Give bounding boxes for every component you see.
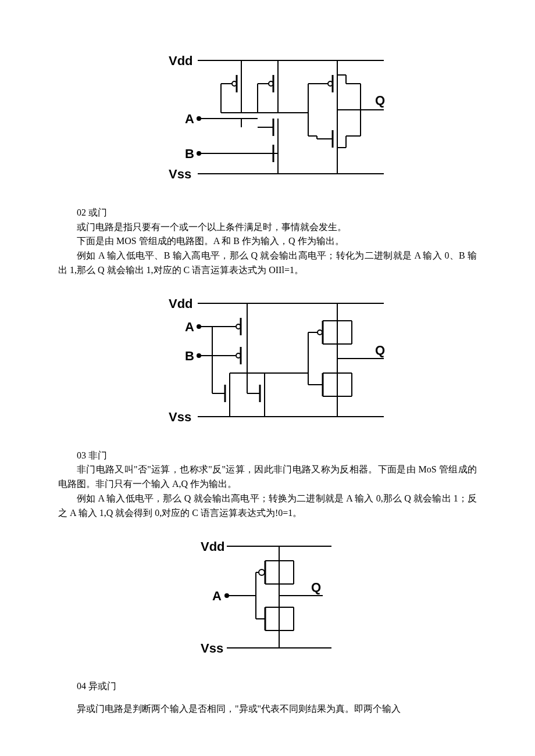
label-a: A	[212, 589, 222, 603]
label-a: A	[185, 320, 194, 334]
nmos-icon	[308, 130, 337, 174]
label-b: B	[185, 349, 194, 363]
figure-or-gate-prev: Vdd A B Vss Q	[58, 43, 477, 193]
paragraph: 非门电路又叫"否"运算，也称求"反"运算，因此非门电路又称为反相器。下面是由 M…	[58, 463, 477, 492]
pmos-icon	[221, 75, 337, 113]
paragraph: 或门电路是指只要有一个或一个以上条件满足时，事情就会发生。	[58, 220, 477, 235]
paragraph: 下面是由 MOS 管组成的电路图。A 和 B 作为输入，Q 作为输出。	[58, 234, 477, 249]
label-q: Q	[375, 343, 385, 357]
label-a: A	[185, 112, 194, 126]
section-heading-not: 03 非门	[58, 449, 477, 463]
figure-not-gate: Vdd A Vss Q	[58, 529, 477, 667]
label-b: B	[185, 146, 194, 161]
svg-point-110	[259, 569, 265, 575]
label-q: Q	[375, 93, 385, 108]
svg-point-87	[318, 330, 322, 335]
nmos-icon	[241, 119, 278, 174]
label-vss: Vss	[169, 167, 191, 181]
section-heading-or: 02 或门	[58, 206, 477, 220]
label-vdd: Vdd	[201, 539, 225, 554]
label-vss: Vss	[201, 641, 223, 655]
label-vdd: Vdd	[169, 53, 193, 68]
paragraph: 例如 A 输入低电平、B 输入高电平，那么 Q 就会输出高电平；转化为二进制就是…	[58, 249, 477, 278]
label-vss: Vss	[169, 410, 191, 424]
figure-or-gate: Vdd A B Vss Q	[58, 286, 477, 436]
label-q: Q	[311, 580, 321, 594]
paragraph: 例如 A 输入低电平，那么 Q 就会输出高电平；转换为二进制就是 A 输入 0,…	[58, 492, 477, 521]
section-heading-xor: 04 异或门	[58, 679, 477, 694]
paragraph: 异或门电路是判断两个输入是否相同，"异或"代表不同则结果为真。即两个输入	[58, 702, 477, 716]
label-vdd: Vdd	[169, 296, 193, 311]
